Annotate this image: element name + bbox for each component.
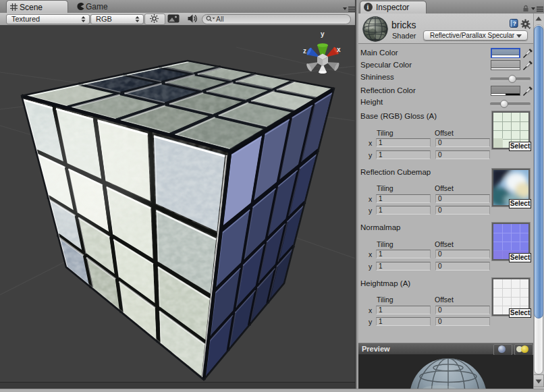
svg-text:z: z — [303, 47, 306, 55]
svg-text:?: ? — [513, 20, 516, 27]
svg-text:y: y — [321, 30, 325, 38]
svg-text:x: x — [337, 46, 341, 53]
